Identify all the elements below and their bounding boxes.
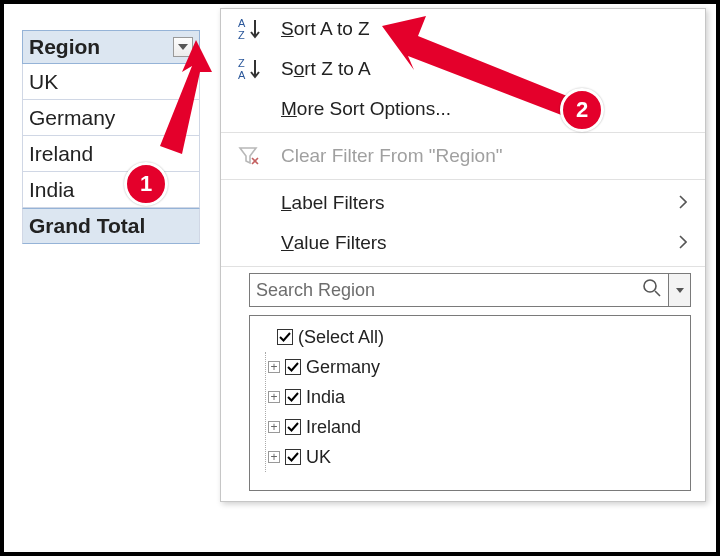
chevron-right-icon xyxy=(679,192,691,214)
svg-text:Z: Z xyxy=(238,57,245,69)
pivot-grand-total[interactable]: Grand Total xyxy=(22,208,200,244)
svg-text:A: A xyxy=(238,17,246,29)
pivot-row[interactable]: Ireland xyxy=(22,136,200,172)
checkbox-checked-icon[interactable] xyxy=(285,389,301,405)
menu-label: Label Filters xyxy=(281,192,679,214)
expand-icon[interactable]: + xyxy=(268,361,280,373)
expand-icon[interactable]: + xyxy=(268,451,280,463)
clear-filter-icon xyxy=(237,144,281,168)
menu-clear-filter: Clear Filter From "Region" xyxy=(221,136,705,176)
chevron-down-icon xyxy=(676,288,684,293)
filter-dropdown-menu: A Z Sort A to Z Z A Sort Z to A More Sor… xyxy=(220,8,706,502)
menu-separator xyxy=(221,179,705,180)
sort-za-icon: Z A xyxy=(237,56,281,82)
tree-item-label: Ireland xyxy=(306,417,361,438)
tree-select-all[interactable]: (Select All) xyxy=(258,322,682,352)
pivot-row-label: India xyxy=(29,178,75,202)
menu-separator xyxy=(221,132,705,133)
menu-label: Clear Filter From "Region" xyxy=(281,145,691,167)
pivot-filter-dropdown-button[interactable] xyxy=(173,37,193,57)
spacer-icon xyxy=(258,330,272,344)
menu-sort-za[interactable]: Z A Sort Z to A xyxy=(221,49,705,89)
tree-item[interactable]: + Germany xyxy=(266,352,682,382)
svg-text:A: A xyxy=(238,69,246,81)
pivot-row[interactable]: UK xyxy=(22,64,200,100)
pivot-total-label: Grand Total xyxy=(29,214,145,238)
menu-sort-az[interactable]: A Z Sort A to Z xyxy=(221,9,705,49)
expand-icon[interactable]: + xyxy=(268,421,280,433)
menu-separator xyxy=(221,266,705,267)
menu-more-sort[interactable]: More Sort Options... xyxy=(221,89,705,129)
chevron-down-icon xyxy=(178,44,188,50)
expand-icon[interactable]: + xyxy=(268,391,280,403)
menu-label: More Sort Options... xyxy=(281,98,691,120)
search-dropdown-button[interactable] xyxy=(669,273,691,307)
menu-label: Sort Z to A xyxy=(281,58,691,80)
search-placeholder: Search Region xyxy=(256,280,375,301)
svg-text:Z: Z xyxy=(238,29,245,41)
checkbox-checked-icon[interactable] xyxy=(285,449,301,465)
search-wrap: Search Region xyxy=(249,273,691,307)
tree-item[interactable]: + India xyxy=(266,382,682,412)
filter-item-tree: (Select All) + Germany + India + Ireland xyxy=(249,315,691,491)
search-input[interactable]: Search Region xyxy=(249,273,669,307)
tree-item[interactable]: + UK xyxy=(266,442,682,472)
pivot-rows: UK Germany Ireland India Grand Total xyxy=(22,64,200,244)
checkbox-checked-icon[interactable] xyxy=(277,329,293,345)
pivot-row[interactable]: India xyxy=(22,172,200,208)
tree-item-label: UK xyxy=(306,447,331,468)
pivot-row-label: Ireland xyxy=(29,142,93,166)
search-icon xyxy=(642,278,662,303)
tree-item-label: (Select All) xyxy=(298,327,384,348)
tree-item-label: Germany xyxy=(306,357,380,378)
pivot-row[interactable]: Germany xyxy=(22,100,200,136)
menu-label: Sort A to Z xyxy=(281,18,691,40)
pivot-field-label: Region xyxy=(29,35,173,59)
menu-label: Value Filters xyxy=(281,232,679,254)
menu-value-filters[interactable]: Value Filters xyxy=(221,223,705,263)
pivot-field-header: Region xyxy=(22,30,200,64)
pivot-row-label: UK xyxy=(29,70,58,94)
tree-item-label: India xyxy=(306,387,345,408)
chevron-right-icon xyxy=(679,232,691,254)
checkbox-checked-icon[interactable] xyxy=(285,359,301,375)
pivot-row-label: Germany xyxy=(29,106,115,130)
checkbox-checked-icon[interactable] xyxy=(285,419,301,435)
sort-az-icon: A Z xyxy=(237,16,281,42)
svg-point-4 xyxy=(644,280,656,292)
menu-label-filters[interactable]: Label Filters xyxy=(221,183,705,223)
tree-item[interactable]: + Ireland xyxy=(266,412,682,442)
